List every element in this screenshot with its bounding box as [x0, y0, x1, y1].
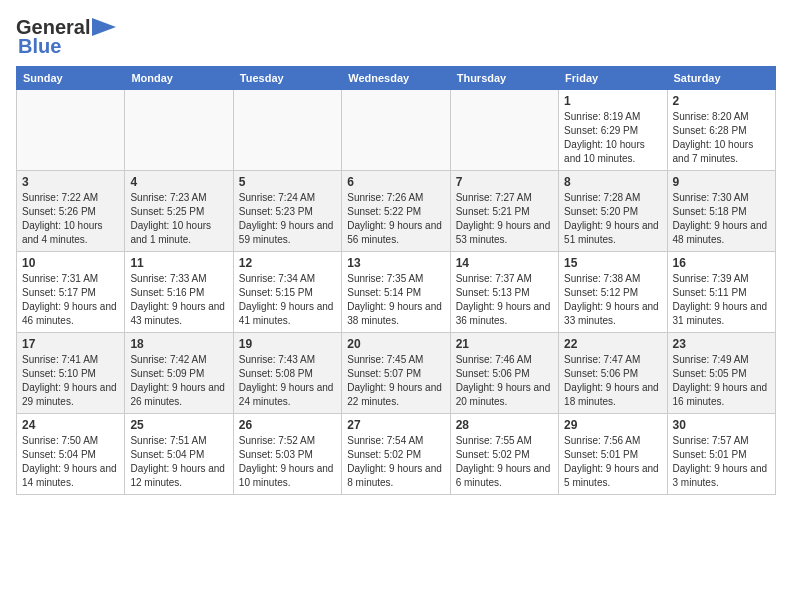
- calendar-cell: 27Sunrise: 7:54 AM Sunset: 5:02 PM Dayli…: [342, 414, 450, 495]
- calendar-cell: 11Sunrise: 7:33 AM Sunset: 5:16 PM Dayli…: [125, 252, 233, 333]
- calendar-cell: 12Sunrise: 7:34 AM Sunset: 5:15 PM Dayli…: [233, 252, 341, 333]
- calendar-cell: 21Sunrise: 7:46 AM Sunset: 5:06 PM Dayli…: [450, 333, 558, 414]
- day-number: 20: [347, 337, 444, 351]
- calendar-cell: 4Sunrise: 7:23 AM Sunset: 5:25 PM Daylig…: [125, 171, 233, 252]
- day-number: 11: [130, 256, 227, 270]
- day-number: 22: [564, 337, 661, 351]
- day-number: 23: [673, 337, 770, 351]
- day-info: Sunrise: 7:39 AM Sunset: 5:11 PM Dayligh…: [673, 272, 770, 328]
- day-info: Sunrise: 8:19 AM Sunset: 6:29 PM Dayligh…: [564, 110, 661, 166]
- day-info: Sunrise: 7:23 AM Sunset: 5:25 PM Dayligh…: [130, 191, 227, 247]
- day-info: Sunrise: 7:50 AM Sunset: 5:04 PM Dayligh…: [22, 434, 119, 490]
- day-info: Sunrise: 7:31 AM Sunset: 5:17 PM Dayligh…: [22, 272, 119, 328]
- calendar: SundayMondayTuesdayWednesdayThursdayFrid…: [16, 66, 776, 495]
- calendar-cell: 9Sunrise: 7:30 AM Sunset: 5:18 PM Daylig…: [667, 171, 775, 252]
- weekday-header-tuesday: Tuesday: [233, 67, 341, 90]
- day-info: Sunrise: 7:24 AM Sunset: 5:23 PM Dayligh…: [239, 191, 336, 247]
- calendar-week-1: 1Sunrise: 8:19 AM Sunset: 6:29 PM Daylig…: [17, 90, 776, 171]
- weekday-header-friday: Friday: [559, 67, 667, 90]
- calendar-cell: 7Sunrise: 7:27 AM Sunset: 5:21 PM Daylig…: [450, 171, 558, 252]
- day-info: Sunrise: 7:46 AM Sunset: 5:06 PM Dayligh…: [456, 353, 553, 409]
- calendar-cell: 24Sunrise: 7:50 AM Sunset: 5:04 PM Dayli…: [17, 414, 125, 495]
- day-info: Sunrise: 7:37 AM Sunset: 5:13 PM Dayligh…: [456, 272, 553, 328]
- calendar-week-2: 3Sunrise: 7:22 AM Sunset: 5:26 PM Daylig…: [17, 171, 776, 252]
- day-info: Sunrise: 7:35 AM Sunset: 5:14 PM Dayligh…: [347, 272, 444, 328]
- day-number: 6: [347, 175, 444, 189]
- calendar-cell: [17, 90, 125, 171]
- calendar-cell: 16Sunrise: 7:39 AM Sunset: 5:11 PM Dayli…: [667, 252, 775, 333]
- day-number: 29: [564, 418, 661, 432]
- logo: General Blue: [16, 16, 116, 58]
- calendar-cell: 15Sunrise: 7:38 AM Sunset: 5:12 PM Dayli…: [559, 252, 667, 333]
- day-number: 17: [22, 337, 119, 351]
- weekday-header-monday: Monday: [125, 67, 233, 90]
- weekday-header-saturday: Saturday: [667, 67, 775, 90]
- day-info: Sunrise: 7:51 AM Sunset: 5:04 PM Dayligh…: [130, 434, 227, 490]
- calendar-week-5: 24Sunrise: 7:50 AM Sunset: 5:04 PM Dayli…: [17, 414, 776, 495]
- weekday-header-wednesday: Wednesday: [342, 67, 450, 90]
- day-info: Sunrise: 7:52 AM Sunset: 5:03 PM Dayligh…: [239, 434, 336, 490]
- calendar-cell: 1Sunrise: 8:19 AM Sunset: 6:29 PM Daylig…: [559, 90, 667, 171]
- calendar-cell: 2Sunrise: 8:20 AM Sunset: 6:28 PM Daylig…: [667, 90, 775, 171]
- day-number: 2: [673, 94, 770, 108]
- day-info: Sunrise: 7:33 AM Sunset: 5:16 PM Dayligh…: [130, 272, 227, 328]
- day-info: Sunrise: 7:57 AM Sunset: 5:01 PM Dayligh…: [673, 434, 770, 490]
- logo-blue-text: Blue: [18, 35, 61, 58]
- day-number: 10: [22, 256, 119, 270]
- day-number: 27: [347, 418, 444, 432]
- day-info: Sunrise: 7:47 AM Sunset: 5:06 PM Dayligh…: [564, 353, 661, 409]
- calendar-cell: 28Sunrise: 7:55 AM Sunset: 5:02 PM Dayli…: [450, 414, 558, 495]
- calendar-cell: 20Sunrise: 7:45 AM Sunset: 5:07 PM Dayli…: [342, 333, 450, 414]
- svg-marker-0: [92, 18, 116, 36]
- day-number: 7: [456, 175, 553, 189]
- calendar-cell: [342, 90, 450, 171]
- calendar-cell: 23Sunrise: 7:49 AM Sunset: 5:05 PM Dayli…: [667, 333, 775, 414]
- day-number: 1: [564, 94, 661, 108]
- day-info: Sunrise: 7:41 AM Sunset: 5:10 PM Dayligh…: [22, 353, 119, 409]
- calendar-week-3: 10Sunrise: 7:31 AM Sunset: 5:17 PM Dayli…: [17, 252, 776, 333]
- day-info: Sunrise: 7:49 AM Sunset: 5:05 PM Dayligh…: [673, 353, 770, 409]
- logo-arrow-icon: [92, 18, 116, 36]
- calendar-cell: 26Sunrise: 7:52 AM Sunset: 5:03 PM Dayli…: [233, 414, 341, 495]
- calendar-cell: 22Sunrise: 7:47 AM Sunset: 5:06 PM Dayli…: [559, 333, 667, 414]
- day-info: Sunrise: 7:45 AM Sunset: 5:07 PM Dayligh…: [347, 353, 444, 409]
- calendar-cell: 10Sunrise: 7:31 AM Sunset: 5:17 PM Dayli…: [17, 252, 125, 333]
- calendar-cell: 5Sunrise: 7:24 AM Sunset: 5:23 PM Daylig…: [233, 171, 341, 252]
- calendar-cell: 6Sunrise: 7:26 AM Sunset: 5:22 PM Daylig…: [342, 171, 450, 252]
- day-number: 26: [239, 418, 336, 432]
- day-number: 30: [673, 418, 770, 432]
- day-info: Sunrise: 7:34 AM Sunset: 5:15 PM Dayligh…: [239, 272, 336, 328]
- day-number: 3: [22, 175, 119, 189]
- day-number: 5: [239, 175, 336, 189]
- day-number: 14: [456, 256, 553, 270]
- day-number: 12: [239, 256, 336, 270]
- day-number: 8: [564, 175, 661, 189]
- calendar-cell: 8Sunrise: 7:28 AM Sunset: 5:20 PM Daylig…: [559, 171, 667, 252]
- weekday-header-sunday: Sunday: [17, 67, 125, 90]
- day-info: Sunrise: 7:30 AM Sunset: 5:18 PM Dayligh…: [673, 191, 770, 247]
- weekday-header-thursday: Thursday: [450, 67, 558, 90]
- calendar-week-4: 17Sunrise: 7:41 AM Sunset: 5:10 PM Dayli…: [17, 333, 776, 414]
- day-number: 16: [673, 256, 770, 270]
- day-info: Sunrise: 7:22 AM Sunset: 5:26 PM Dayligh…: [22, 191, 119, 247]
- calendar-cell: 3Sunrise: 7:22 AM Sunset: 5:26 PM Daylig…: [17, 171, 125, 252]
- day-number: 13: [347, 256, 444, 270]
- calendar-cell: 14Sunrise: 7:37 AM Sunset: 5:13 PM Dayli…: [450, 252, 558, 333]
- calendar-cell: 18Sunrise: 7:42 AM Sunset: 5:09 PM Dayli…: [125, 333, 233, 414]
- calendar-cell: 25Sunrise: 7:51 AM Sunset: 5:04 PM Dayli…: [125, 414, 233, 495]
- header-area: General Blue: [16, 16, 776, 58]
- calendar-cell: 29Sunrise: 7:56 AM Sunset: 5:01 PM Dayli…: [559, 414, 667, 495]
- calendar-cell: 13Sunrise: 7:35 AM Sunset: 5:14 PM Dayli…: [342, 252, 450, 333]
- day-number: 21: [456, 337, 553, 351]
- calendar-cell: 30Sunrise: 7:57 AM Sunset: 5:01 PM Dayli…: [667, 414, 775, 495]
- day-info: Sunrise: 7:56 AM Sunset: 5:01 PM Dayligh…: [564, 434, 661, 490]
- calendar-cell: 17Sunrise: 7:41 AM Sunset: 5:10 PM Dayli…: [17, 333, 125, 414]
- day-number: 19: [239, 337, 336, 351]
- day-number: 4: [130, 175, 227, 189]
- day-info: Sunrise: 7:54 AM Sunset: 5:02 PM Dayligh…: [347, 434, 444, 490]
- calendar-cell: [450, 90, 558, 171]
- day-number: 28: [456, 418, 553, 432]
- calendar-cell: 19Sunrise: 7:43 AM Sunset: 5:08 PM Dayli…: [233, 333, 341, 414]
- day-info: Sunrise: 7:42 AM Sunset: 5:09 PM Dayligh…: [130, 353, 227, 409]
- day-number: 18: [130, 337, 227, 351]
